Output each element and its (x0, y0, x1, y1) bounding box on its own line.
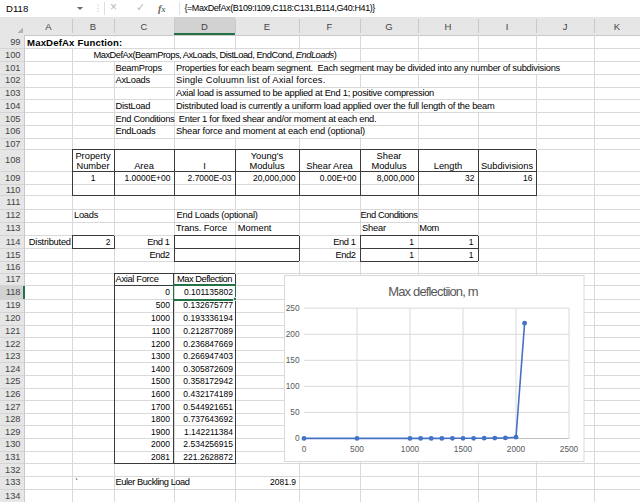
svg-text:50: 50 (290, 407, 300, 417)
svg-text:250: 250 (286, 303, 300, 313)
svg-text:1500: 1500 (454, 444, 473, 454)
svg-text:500: 500 (350, 444, 364, 454)
svg-text:0: 0 (295, 433, 300, 443)
svg-text:200: 200 (286, 329, 300, 339)
svg-text:2500: 2500 (560, 444, 579, 454)
svg-text:1000: 1000 (401, 444, 420, 454)
svg-text:0: 0 (302, 444, 307, 454)
svg-text:Max deflectiion, m: Max deflectiion, m (388, 284, 477, 299)
svg-text:100: 100 (286, 381, 300, 391)
svg-text:2000: 2000 (507, 444, 526, 454)
svg-text:150: 150 (286, 355, 300, 365)
